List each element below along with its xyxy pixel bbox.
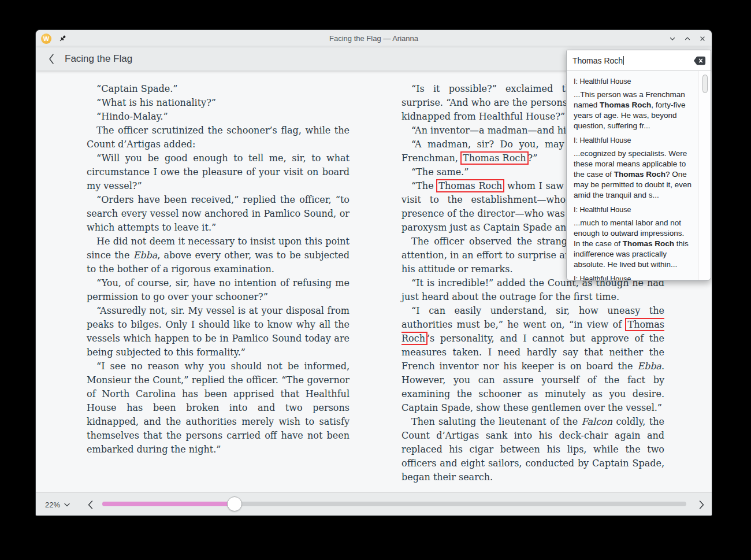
search-query-text: Thomas Roch xyxy=(572,56,623,65)
result-section-label: I: Healthful House xyxy=(574,206,692,214)
paragraph: Then saluting the lieutenant of the Falc… xyxy=(401,415,664,484)
search-result-item[interactable]: I: Healthful House xyxy=(574,275,692,280)
pin-icon[interactable] xyxy=(58,34,67,43)
search-popup: Thomas Roch I: Healthful House...This pe… xyxy=(566,50,711,281)
progress-slider-fill xyxy=(102,502,235,506)
window-controls xyxy=(668,30,707,47)
paragraph: “Hindo-Malay.” xyxy=(87,110,350,124)
result-section-label: I: Healthful House xyxy=(574,77,692,86)
result-section-label: I: Healthful House xyxy=(574,136,692,144)
popup-scrollbar-track[interactable] xyxy=(698,71,711,280)
paragraph: “I can easily understand, sir, how uneas… xyxy=(401,304,664,415)
paragraph: The officer scrutinized the schooner’s f… xyxy=(87,124,350,151)
result-excerpt: ...This person was a Frenchman named Tho… xyxy=(574,90,692,131)
paragraph: He did not deem it necessary to insist u… xyxy=(87,235,350,276)
clear-search-button[interactable] xyxy=(693,56,706,65)
progress-slider[interactable] xyxy=(102,502,686,506)
chevron-down-icon xyxy=(64,503,70,507)
popup-scrollbar-thumb[interactable] xyxy=(702,75,708,93)
desktop-background: W Facing the Flag — Arianna xyxy=(0,0,751,560)
paragraph: “I see no reason why you should not be i… xyxy=(87,359,350,457)
progress-percent-dropdown[interactable]: 22% xyxy=(45,493,70,516)
close-button[interactable] xyxy=(698,34,707,43)
result-excerpt: ...ecognized by specialists. Were these … xyxy=(574,149,692,201)
paragraph: “Will you be good enough to tell me, sir… xyxy=(87,151,350,193)
text-cursor xyxy=(623,56,624,65)
bottom-bar: 22% xyxy=(36,492,712,516)
maximize-button[interactable] xyxy=(683,34,692,43)
back-button[interactable] xyxy=(44,52,59,66)
search-result-item[interactable]: I: Healthful House...This person was a F… xyxy=(574,77,692,131)
minimize-button[interactable] xyxy=(668,34,677,43)
progress-percent-label: 22% xyxy=(45,500,60,509)
search-input[interactable]: Thomas Roch xyxy=(572,56,693,65)
search-highlight-box: Thomas Roch xyxy=(460,151,529,165)
next-page-button[interactable] xyxy=(697,499,706,510)
search-highlight-box: Thomas Roch xyxy=(436,179,504,192)
result-section-label: I: Healthful House xyxy=(574,275,692,280)
paragraph: “You, of course, sir, have no intention … xyxy=(87,276,350,304)
page-column-left: “Captain Spade.”“What is his nationality… xyxy=(87,82,350,457)
paragraph: “Captain Spade.” xyxy=(87,82,350,96)
result-excerpt: ...much to mental labor and not enough t… xyxy=(574,218,692,270)
app-icon[interactable]: W xyxy=(41,34,51,44)
search-result-item[interactable]: I: Healthful House...ecognized by specia… xyxy=(574,136,692,201)
search-result-item[interactable]: I: Healthful House...much to mental labo… xyxy=(574,206,692,270)
search-bar: Thomas Roch xyxy=(567,50,711,71)
titlebar: W Facing the Flag — Arianna xyxy=(36,30,712,47)
search-results-list: I: Healthful House...This person was a F… xyxy=(567,71,711,280)
progress-slider-handle[interactable] xyxy=(227,496,242,511)
app-window: W Facing the Flag — Arianna xyxy=(36,30,712,516)
window-title: Facing the Flag — Arianna xyxy=(94,30,654,47)
paragraph: “Orders have been received,” replied the… xyxy=(87,193,350,235)
paragraph: “Assuredly not, sir. My vessel is at you… xyxy=(87,304,350,359)
book-title: Facing the Flag xyxy=(65,47,132,71)
previous-page-button[interactable] xyxy=(85,499,95,510)
paragraph: “What is his nationality?” xyxy=(87,96,350,110)
